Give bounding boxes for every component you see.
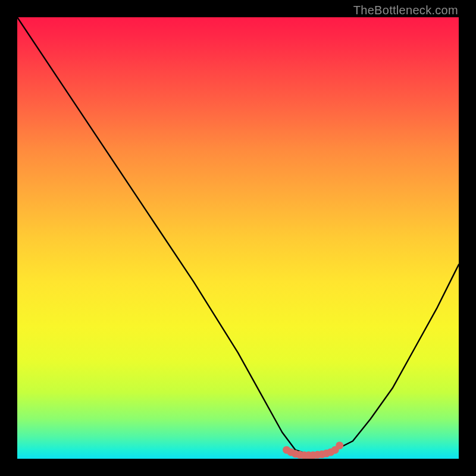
chart-svg — [17, 17, 459, 459]
watermark-text: TheBottleneck.com — [353, 4, 458, 17]
svg-point-12 — [336, 441, 343, 449]
bottleneck-curve — [17, 17, 459, 455]
chart-container: TheBottleneck.com — [0, 0, 476, 476]
plot-area — [17, 17, 459, 459]
